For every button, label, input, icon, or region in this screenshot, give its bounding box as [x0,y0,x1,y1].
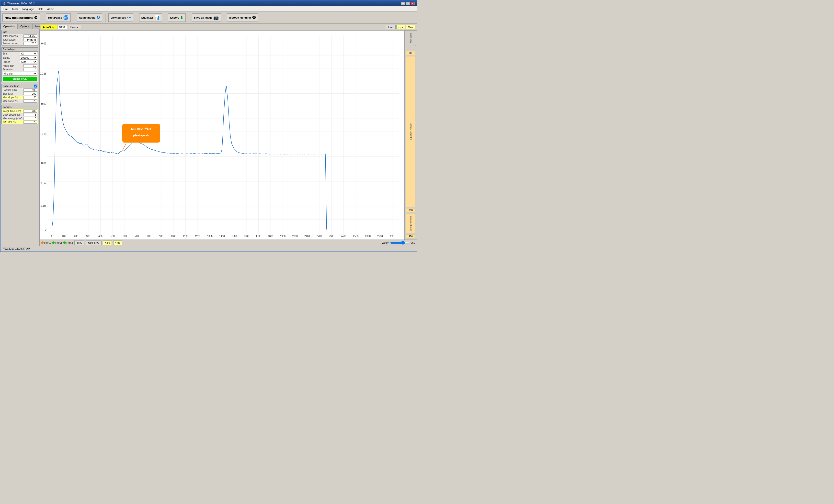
view-pulses-button[interactable]: View pulses 〜 [108,14,133,22]
min-energy-value: 0 [23,117,37,120]
main-content: Operation Options Isotopes Info Total se… [0,24,417,246]
run-pause-button[interactable]: Run/Pause 🌀 [46,14,71,22]
svg-text:500: 500 [111,235,115,237]
svg-text:400: 400 [98,235,103,237]
save-image-button[interactable]: Save as image 📷 [192,14,221,22]
equalizer-icon: 📊 [154,15,160,20]
pulses-label: Pulses [3,61,10,63]
isotope-identifier-button[interactable]: Isotope identifier ☢ [227,14,258,22]
tab-options[interactable]: Options [18,24,32,29]
use-bkg-button[interactable]: Use BKG [86,240,102,245]
zero-trim-value: 4 [23,68,37,71]
pulses-row: Pulses Auto [2,60,38,64]
audio-inputs-button[interactable]: Audio inputs ↻ [77,14,102,22]
export-button[interactable]: Export ⬇ [168,14,186,22]
svg-text:280: 280 [390,235,394,237]
new-measurement-button[interactable]: New measurement ⚙ [2,14,40,22]
menu-tools[interactable]: Tools [10,7,20,11]
chart-controls-bottom: Ref 1 Ref 2 Ref 3 BKG Use BKG Xlog Ylog … [40,239,417,246]
max-button[interactable]: Max [405,25,415,29]
equalizer-master-control[interactable]: Equalizer master [406,56,415,207]
signal-status: Signal is OK [3,77,37,81]
max-noise-label: Max noise (%) [3,100,18,102]
svg-text:2400: 2400 [341,235,346,237]
equalizer-button[interactable]: Equalizer 📊 [139,14,162,22]
energy-trimmer-control[interactable]: Energy trimmer [406,214,415,233]
audio-inputs-label: Audio inputs [79,16,95,19]
svg-text:2200: 2200 [316,235,322,237]
svg-text:1400: 1400 [219,235,225,237]
svg-text:1600: 1600 [244,235,249,237]
ylog-button[interactable]: Ylog [113,240,122,245]
menu-about[interactable]: About [45,7,56,11]
app-icon: 🔬 [2,2,6,5]
time-input[interactable] [58,25,68,29]
radiation-icon: ☢ [252,15,256,20]
svg-text:0,1m: 0,1m [41,204,46,207]
tab-operation[interactable]: Operation [0,24,18,29]
menu-language[interactable]: Language [20,7,36,11]
pulses-select[interactable]: Auto [20,60,37,64]
chart-svg: 0.03 0.025 0.02 0.015 0.01 0,5m 0,1m 0 0 [40,30,404,239]
position-value: 100 [23,89,37,92]
min-energy-row: Min. energy (KeV) 0 [2,117,38,120]
isotope-identifier-label: Isotope identifier [229,16,251,19]
separator-3 [105,14,106,22]
close-button[interactable]: ✕ [411,2,415,5]
bkg-button[interactable]: BKG [74,240,84,245]
total-seconds-value: 135253 [23,35,37,38]
menu-file[interactable]: File [1,7,10,11]
samp-select[interactable]: 19200096000 [20,56,37,60]
line-button[interactable]: Line [386,25,396,29]
ref1-button[interactable]: Ref 1 [41,241,51,244]
export-icon: ⬇ [180,15,183,20]
app-window: 🔬 Theremino MCA - V7.2 — □ ✕ File Tools … [0,0,417,252]
separator-7 [224,14,224,22]
max-noise-value: 20 [23,99,37,102]
svg-text:200: 200 [74,235,78,237]
audio-input-title: Audio Input [2,48,38,51]
chart-area[interactable]: 0.03 0.025 0.02 0.015 0.01 0,5m 0,1m 0 0 [40,30,404,239]
size-row: Size (uS) 200 [2,92,38,96]
menu-help[interactable]: Help [36,7,45,11]
ref2-button[interactable]: Ref 2 [52,241,62,244]
ref2-label: Ref 2 [55,241,62,244]
maximize-button[interactable]: □ [406,2,410,5]
audio-input-section: Audio Input Bins x2x4 Samp. 19200096000 … [1,47,38,82]
samp-label: Samp. [3,56,10,59]
max-noise-row: Max noise (%) 20 [2,99,38,103]
tabs: Operation Options Isotopes [0,24,39,29]
info-title: Info [2,30,38,34]
svg-text:0.01: 0.01 [41,162,46,164]
svg-text:photopeak: photopeak [133,133,149,137]
svg-text:1900: 1900 [280,235,285,237]
bins-select[interactable]: x2x4 [20,52,37,55]
toolbar: New measurement ⚙ Run/Pause 🌀 Audio inpu… [0,12,417,24]
right-scales: Max scale · · 30 Equalizer master 388 [404,30,417,239]
cps-button[interactable]: cps [396,25,405,29]
svg-text:1800: 1800 [268,235,273,237]
xlog-button[interactable]: Xlog [103,240,112,245]
svg-text:0.02: 0.02 [41,102,46,105]
zoom-slider[interactable] [390,241,410,245]
ref3-button[interactable]: Ref 3 [63,241,73,244]
device-select[interactable]: Mikrofon [3,72,37,75]
baseline-checkbox[interactable] [34,85,37,88]
export-label: Export [170,16,179,19]
pulses-per-sec-row: Pulses per sec. 25.5 [2,42,38,45]
autosave-button[interactable]: AutoSave [41,25,57,29]
position-label: Position (uS) [3,89,17,91]
iir-filter-label: IIR Filter (%) [3,121,16,123]
zoom-label: Zoom [382,241,389,244]
energy-trimmer-label: Energy trimmer [410,216,412,231]
browse-button[interactable]: Browse [69,25,81,29]
separator-4 [136,14,136,22]
svg-text:0.03: 0.03 [41,42,46,45]
max-slope-row: Max slope (%) 20 [2,96,38,99]
max-slope-value: 20 [23,96,37,99]
svg-text:0,5m: 0,5m [41,182,46,185]
zoom-value: 960 [411,241,415,244]
title-bar-controls[interactable]: — □ ✕ [401,2,415,5]
svg-text:1200: 1200 [195,235,200,237]
minimize-button[interactable]: — [401,2,405,5]
